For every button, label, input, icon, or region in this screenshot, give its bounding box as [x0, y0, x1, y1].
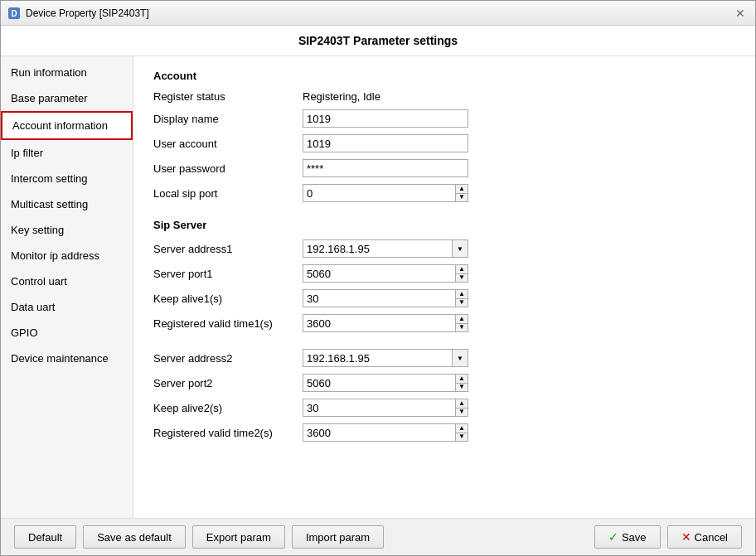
- keep-alive2-up[interactable]: ▲: [456, 399, 468, 409]
- account-section-title: Account: [153, 70, 735, 82]
- register-status-value: Registering, Idle: [303, 90, 380, 103]
- server-port1-label: Server port1: [153, 268, 303, 280]
- sidebar-item-monitor-ip-address[interactable]: Monitor ip address: [1, 243, 133, 268]
- sidebar-item-key-setting[interactable]: Key setting: [1, 217, 133, 243]
- cancel-x-icon: ✕: [681, 530, 691, 544]
- registered-valid-time2-spinner: ▲ ▼: [303, 423, 468, 442]
- main-panel: Account Register status Registering, Idl…: [133, 56, 755, 518]
- keep-alive2-label: Keep alive2(s): [153, 402, 303, 414]
- registered-valid-time2-row: Registered valid time2(s) ▲ ▼: [153, 423, 735, 442]
- cancel-button[interactable]: ✕ Cancel: [667, 525, 742, 549]
- server-port2-up[interactable]: ▲: [456, 375, 468, 384]
- content-area: Run information Base parameter Account i…: [1, 56, 755, 518]
- main-window: D Device Property [SIP2403T] ✕ SIP2403T …: [0, 0, 756, 556]
- server-port2-spinner: ▲ ▼: [303, 374, 468, 392]
- import-param-button[interactable]: Import param: [292, 525, 384, 549]
- keep-alive2-row: Keep alive2(s) ▲ ▼: [153, 399, 735, 417]
- server-address1-row: Server address1 ▼: [153, 239, 735, 258]
- server-port2-down[interactable]: ▼: [456, 384, 468, 392]
- sidebar-item-account-information[interactable]: Account information: [1, 111, 133, 140]
- server-address2-label: Server address2: [153, 352, 303, 365]
- user-password-input[interactable]: [303, 159, 468, 177]
- registered-valid-time1-up[interactable]: ▲: [456, 315, 468, 324]
- server-port1-input[interactable]: [303, 264, 455, 283]
- window-icon: D: [7, 7, 21, 20]
- display-name-input[interactable]: [303, 109, 468, 128]
- user-password-label: User password: [153, 162, 303, 175]
- register-status-row: Register status Registering, Idle: [153, 90, 735, 103]
- sidebar: Run information Base parameter Account i…: [1, 56, 133, 518]
- keep-alive2-input[interactable]: [303, 399, 455, 417]
- server-address1-input[interactable]: [303, 239, 452, 258]
- keep-alive1-row: Keep alive1(s) ▲ ▼: [153, 289, 735, 307]
- sidebar-item-run-information[interactable]: Run information: [1, 60, 133, 85]
- window-title: Device Property [SIP2403T]: [26, 7, 149, 19]
- display-name-row: Display name: [153, 109, 735, 128]
- server-port1-spinner: ▲ ▼: [303, 264, 468, 283]
- register-status-label: Register status: [153, 90, 303, 103]
- keep-alive1-up[interactable]: ▲: [456, 290, 468, 299]
- keep-alive1-label: Keep alive1(s): [153, 293, 303, 305]
- user-account-input[interactable]: [303, 134, 468, 152]
- local-sip-port-down[interactable]: ▼: [456, 194, 468, 202]
- server-address1-dropdown-btn[interactable]: ▼: [452, 239, 468, 258]
- registered-valid-time2-input[interactable]: [303, 423, 455, 442]
- keep-alive2-down[interactable]: ▼: [456, 409, 468, 417]
- sidebar-item-ip-filter[interactable]: Ip filter: [1, 140, 133, 166]
- svg-text:D: D: [11, 9, 17, 18]
- registered-valid-time1-input[interactable]: [303, 314, 455, 332]
- default-button[interactable]: Default: [14, 525, 76, 549]
- save-check-icon: ✓: [608, 530, 618, 544]
- server-address2-row: Server address2 ▼: [153, 349, 735, 367]
- local-sip-port-up[interactable]: ▲: [456, 185, 468, 194]
- sidebar-item-data-uart[interactable]: Data uart: [1, 294, 133, 320]
- registered-valid-time1-row: Registered valid time1(s) ▲ ▼: [153, 314, 735, 332]
- export-param-button[interactable]: Export param: [192, 525, 285, 549]
- server-port1-down[interactable]: ▼: [456, 274, 468, 283]
- sip-server-section-title: Sip Server: [153, 219, 735, 231]
- server-address1-label: Server address1: [153, 243, 303, 255]
- title-bar-left: D Device Property [SIP2403T]: [7, 7, 149, 20]
- local-sip-port-spinner: ▲ ▼: [303, 184, 468, 202]
- server-port1-up[interactable]: ▲: [456, 265, 468, 274]
- display-name-label: Display name: [153, 113, 303, 125]
- cancel-label: Cancel: [695, 531, 728, 544]
- footer: Default Save as default Export param Imp…: [1, 518, 755, 555]
- local-sip-port-input[interactable]: [303, 184, 455, 202]
- title-bar: D Device Property [SIP2403T] ✕: [1, 1, 755, 26]
- server-port1-row: Server port1 ▲ ▼: [153, 264, 735, 283]
- registered-valid-time1-label: Registered valid time1(s): [153, 317, 303, 330]
- local-sip-port-label: Local sip port: [153, 187, 303, 200]
- registered-valid-time2-label: Registered valid time2(s): [153, 427, 303, 439]
- dialog-header: SIP2403T Parameter settings: [1, 26, 755, 56]
- user-account-label: User account: [153, 138, 303, 150]
- save-button[interactable]: ✓ Save: [594, 525, 661, 549]
- keep-alive1-input[interactable]: [303, 289, 455, 307]
- keep-alive1-down[interactable]: ▼: [456, 299, 468, 307]
- local-sip-port-row: Local sip port ▲ ▼: [153, 184, 735, 202]
- server-address2-input[interactable]: [303, 349, 452, 367]
- close-button[interactable]: ✕: [732, 5, 749, 22]
- sidebar-item-intercom-setting[interactable]: Intercom setting: [1, 166, 133, 191]
- user-account-row: User account: [153, 134, 735, 152]
- sidebar-item-multicast-setting[interactable]: Multicast setting: [1, 191, 133, 217]
- server-port2-input[interactable]: [303, 374, 455, 392]
- registered-valid-time2-down[interactable]: ▼: [456, 433, 468, 442]
- keep-alive2-spinner: ▲ ▼: [303, 399, 468, 417]
- server-address1-dropdown: ▼: [303, 239, 468, 258]
- sidebar-item-gpio[interactable]: GPIO: [1, 320, 133, 346]
- registered-valid-time2-up[interactable]: ▲: [456, 424, 468, 433]
- save-as-default-button[interactable]: Save as default: [83, 525, 186, 549]
- sidebar-item-device-maintenance[interactable]: Device maintenance: [1, 346, 133, 371]
- sidebar-item-base-parameter[interactable]: Base parameter: [1, 85, 133, 111]
- server-address2-dropdown: ▼: [303, 349, 468, 367]
- user-password-row: User password: [153, 159, 735, 177]
- registered-valid-time1-spinner: ▲ ▼: [303, 314, 468, 332]
- save-label: Save: [622, 531, 647, 544]
- registered-valid-time1-down[interactable]: ▼: [456, 324, 468, 332]
- keep-alive1-spinner: ▲ ▼: [303, 289, 468, 307]
- server-port2-label: Server port2: [153, 377, 303, 389]
- server-address2-dropdown-btn[interactable]: ▼: [452, 349, 468, 367]
- server-port2-row: Server port2 ▲ ▼: [153, 374, 735, 392]
- sidebar-item-control-uart[interactable]: Control uart: [1, 268, 133, 294]
